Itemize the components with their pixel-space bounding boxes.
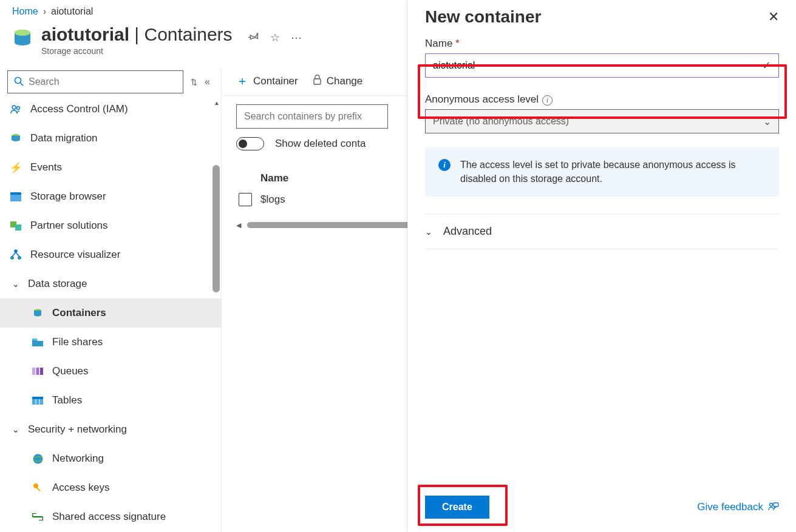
svg-rect-18 [32, 368, 35, 375]
toolbar-label: Container [253, 75, 298, 87]
sidebar-item-tables[interactable]: Tables [0, 386, 221, 415]
sidebar-item-networking[interactable]: Networking [0, 444, 221, 473]
toolbar-label: Change [327, 75, 363, 87]
section-security[interactable]: ⌄ Security + networking [0, 415, 221, 444]
sidebar-item-partner[interactable]: Partner solutions [0, 211, 221, 240]
check-icon: ✓ [762, 59, 771, 72]
container-name: $logs [260, 194, 285, 206]
svg-point-4 [12, 106, 16, 109]
show-deleted-toggle[interactable] [236, 137, 264, 150]
sidebar-item-file-shares[interactable]: File shares [0, 328, 221, 357]
svg-rect-30 [774, 503, 778, 507]
nav-label: Access keys [52, 482, 109, 494]
svg-line-14 [12, 252, 16, 257]
access-level-label: Anonymous access leveli [425, 93, 779, 106]
name-input-wrapper[interactable]: ✓ [425, 53, 779, 78]
give-feedback-link[interactable]: Give feedback [697, 501, 779, 513]
queue-icon [32, 365, 44, 377]
svg-point-2 [15, 77, 21, 83]
sidebar: ⇅ « Access Control (IAM) Data migration … [0, 67, 222, 532]
section-label: Security + networking [28, 423, 127, 436]
table-icon [32, 394, 44, 406]
scrollbar-thumb[interactable] [213, 165, 220, 292]
sidebar-item-migration[interactable]: Data migration [0, 124, 221, 153]
svg-point-26 [33, 483, 38, 488]
create-button[interactable]: Create [425, 496, 489, 519]
info-icon[interactable]: i [542, 95, 553, 106]
sidebar-item-containers[interactable]: Containers [0, 298, 221, 328]
feedback-icon [768, 502, 779, 512]
visualizer-icon [10, 249, 22, 261]
sidebar-item-access-keys[interactable]: Access keys [0, 473, 221, 502]
nav-label: Storage browser [30, 190, 106, 203]
section-label: Data storage [28, 278, 87, 290]
storage-account-icon [12, 28, 33, 49]
new-container-panel: New container ✕ Name * ✓ Anonymous acces… [407, 0, 796, 532]
nav-label: Partner solutions [30, 220, 108, 232]
sidebar-item-sas[interactable]: Shared access signature [0, 502, 221, 528]
svg-rect-28 [314, 79, 321, 84]
nav-label: Queues [52, 365, 89, 377]
nav-label: Events [30, 161, 62, 173]
svg-rect-20 [40, 368, 43, 375]
info-banner: i The access level is set to private bec… [425, 147, 779, 197]
access-level-select[interactable]: Private (no anonymous access) ⌄ [425, 109, 779, 133]
name-input[interactable] [433, 60, 762, 71]
breadcrumb-current: aiotutorial [51, 6, 93, 17]
svg-rect-27 [36, 487, 41, 491]
people-icon [10, 103, 22, 115]
more-icon[interactable]: ⋯ [291, 31, 302, 44]
sidebar-item-events[interactable]: ⚡ Events [0, 153, 221, 182]
folder-icon [32, 336, 44, 348]
chevron-down-icon: ⌄ [12, 279, 21, 289]
plus-icon: ＋ [236, 73, 248, 89]
select-value: Private (no anonymous access) [433, 116, 569, 127]
sidebar-scrollbar[interactable]: ▲ [211, 99, 221, 528]
sidebar-item-queues[interactable]: Queues [0, 357, 221, 386]
scroll-up-icon[interactable]: ▲ [214, 99, 220, 106]
browser-icon [10, 190, 22, 203]
chevron-down-icon: ⌄ [12, 425, 21, 434]
advanced-section[interactable]: ⌄ Advanced [425, 214, 779, 249]
scroll-left-icon[interactable]: ◀ [236, 221, 241, 229]
sidebar-item-storage-browser[interactable]: Storage browser [0, 182, 221, 211]
page-title: aiotutorial | Containers [41, 24, 233, 45]
chevron-right-icon: › [43, 6, 46, 17]
section-data-storage[interactable]: ⌄ Data storage [0, 269, 221, 298]
pin-icon[interactable] [248, 30, 259, 44]
nav-label: Networking [52, 453, 104, 465]
svg-rect-19 [36, 368, 39, 375]
nav-label: Access Control (IAM) [30, 103, 128, 115]
lock-icon [313, 75, 322, 88]
chevron-down-icon: ⌄ [763, 116, 771, 127]
sidebar-search[interactable] [7, 70, 183, 93]
globe-icon [32, 453, 44, 465]
close-icon[interactable]: ✕ [768, 9, 779, 25]
expand-all-icon[interactable]: ⇅ [191, 78, 197, 87]
svg-rect-10 [15, 224, 21, 231]
star-icon[interactable]: ☆ [270, 31, 280, 44]
nav-label: Resource visualizer [30, 249, 120, 261]
nav-label: Containers [52, 307, 106, 319]
breadcrumb-home[interactable]: Home [12, 6, 38, 17]
sidebar-item-iam[interactable]: Access Control (IAM) [0, 99, 221, 124]
nav-label: Shared access signature [52, 511, 166, 523]
nav-label: File shares [52, 336, 103, 348]
panel-title: New container [425, 7, 541, 27]
svg-point-11 [15, 250, 17, 252]
name-label: Name * [425, 38, 779, 50]
banner-text: The access level is set to private becau… [460, 158, 766, 186]
link-icon [32, 511, 44, 523]
sidebar-item-visualizer[interactable]: Resource visualizer [0, 240, 221, 269]
collapse-sidebar-icon[interactable]: « [205, 76, 210, 87]
new-container-button[interactable]: ＋ Container [236, 73, 298, 89]
search-icon [14, 76, 24, 88]
container-icon [32, 307, 44, 319]
container-search-input[interactable] [236, 104, 388, 129]
change-access-button[interactable]: Change [313, 75, 363, 88]
row-checkbox[interactable] [239, 193, 252, 206]
svg-line-3 [21, 82, 24, 86]
sidebar-search-input[interactable] [29, 76, 177, 87]
page-subtitle: Storage account [41, 46, 233, 56]
lightning-icon: ⚡ [10, 161, 22, 173]
